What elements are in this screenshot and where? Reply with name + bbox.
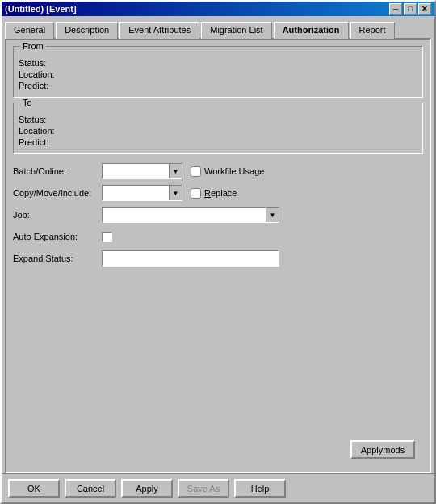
title-bar: (Untitled) [Event] ─ □ ✕: [2, 2, 434, 16]
button-group: OK Cancel Apply Save As Help: [8, 479, 286, 498]
expand-status-label: Expand Status:: [13, 254, 102, 263]
tab-content-area: From Status: Location: Predict: To Statu…: [5, 38, 431, 473]
replace-checkbox[interactable]: [191, 188, 201, 199]
job-dropdown[interactable]: ▼: [102, 207, 279, 223]
copy-move-include-dropdown[interactable]: ▼: [102, 185, 182, 201]
job-label: Job:: [13, 210, 102, 220]
from-status-label: Status:: [19, 58, 75, 68]
maximize-button[interactable]: □: [404, 3, 417, 15]
job-select[interactable]: [103, 208, 266, 222]
copy-move-include-label: Copy/Move/Include:: [13, 188, 102, 198]
apply-mods-button[interactable]: Applymods: [350, 440, 415, 459]
replace-label: RReplaceeplace: [204, 188, 237, 198]
to-predict-row: Predict:: [19, 137, 417, 147]
save-as-button[interactable]: Save As: [178, 479, 229, 498]
batch-online-controls: ▼ Workfile Usage: [102, 163, 264, 179]
to-status-label: Status:: [19, 115, 75, 124]
from-location-row: Location:: [19, 69, 417, 79]
expand-status-row: Expand Status:: [13, 250, 423, 267]
job-arrow: ▼: [266, 208, 279, 222]
auto-expansion-label: Auto Expansion:: [13, 232, 102, 242]
copy-move-include-select[interactable]: [103, 186, 169, 200]
apply-mods-container: Applymods: [13, 435, 423, 465]
expand-status-input[interactable]: [102, 250, 279, 267]
ok-button[interactable]: OK: [8, 479, 60, 498]
tab-description[interactable]: Description: [56, 22, 118, 39]
batch-online-label: Batch/Online:: [13, 166, 102, 176]
tab-authorization[interactable]: Authorization: [274, 22, 349, 39]
replace-checkbox-item: RReplaceeplace: [191, 188, 237, 199]
auto-expansion-checkbox[interactable]: [102, 232, 112, 242]
apply-button[interactable]: Apply: [121, 479, 173, 498]
tab-event-attributes[interactable]: Event Attributes: [119, 22, 199, 39]
cancel-button[interactable]: Cancel: [65, 479, 116, 498]
from-group: From Status: Location: Predict:: [13, 46, 423, 98]
workfile-usage-label: Workfile Usage: [204, 166, 264, 176]
to-group: To Status: Location: Predict:: [13, 103, 423, 154]
tab-report[interactable]: Report: [350, 22, 395, 39]
job-row: Job: ▼: [13, 206, 423, 224]
copy-move-include-row: Copy/Move/Include: ▼ RReplaceeplace: [13, 184, 423, 202]
to-status-row: Status:: [19, 115, 417, 124]
from-predict-label: Predict:: [19, 81, 75, 90]
title-bar-controls: ─ □ ✕: [389, 3, 431, 15]
button-bar: OK Cancel Apply Save As Help: [2, 473, 434, 502]
tab-migration-list[interactable]: Migration List: [201, 22, 271, 39]
workfile-usage-checkbox[interactable]: [191, 166, 201, 177]
copy-move-include-arrow: ▼: [169, 186, 182, 200]
to-location-row: Location:: [19, 126, 417, 136]
form-section: Batch/Online: ▼ Workfile Usage Copy/Move…: [13, 159, 423, 271]
tab-bar: General Description Event Attributes Mig…: [2, 18, 434, 38]
from-location-label: Location:: [19, 69, 75, 79]
help-button[interactable]: Help: [234, 479, 286, 498]
to-predict-label: Predict:: [19, 137, 75, 147]
batch-online-arrow: ▼: [169, 164, 182, 178]
main-window: (Untitled) [Event] ─ □ ✕ General Descrip…: [0, 0, 436, 504]
tab-general[interactable]: General: [5, 22, 54, 39]
batch-online-dropdown[interactable]: ▼: [102, 163, 182, 179]
to-location-label: Location:: [19, 126, 75, 136]
from-status-row: Status:: [19, 58, 417, 68]
batch-online-row: Batch/Online: ▼ Workfile Usage: [13, 162, 423, 180]
from-predict-row: Predict:: [19, 81, 417, 90]
workfile-usage-checkbox-item: Workfile Usage: [191, 166, 264, 177]
auto-expansion-row: Auto Expansion:: [13, 228, 423, 246]
copy-move-include-controls: ▼ RReplaceeplace: [102, 185, 237, 201]
minimize-button[interactable]: ─: [389, 3, 402, 15]
from-group-label: From: [20, 41, 46, 51]
close-button[interactable]: ✕: [418, 3, 431, 15]
batch-online-select[interactable]: [103, 164, 169, 178]
window-title: (Untitled) [Event]: [5, 4, 77, 14]
to-group-label: To: [20, 98, 35, 107]
